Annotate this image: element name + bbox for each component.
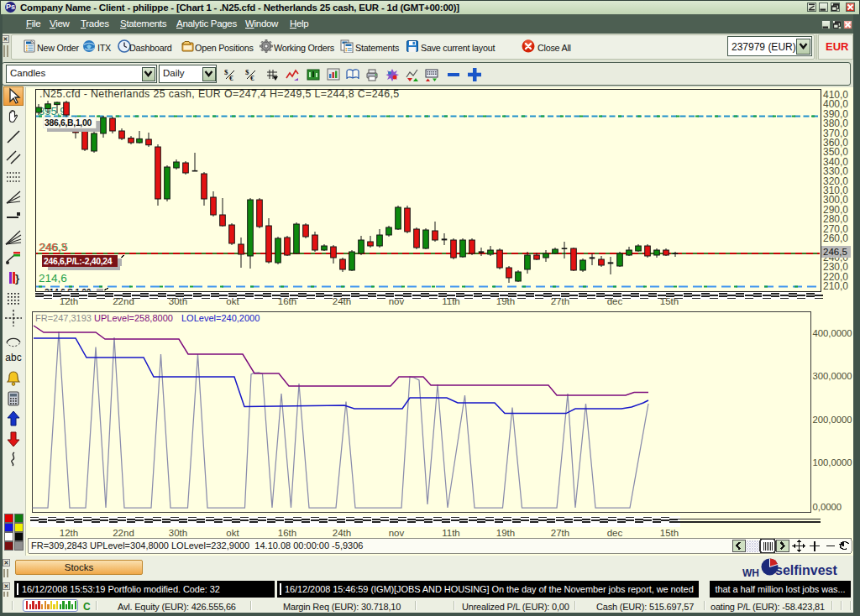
svg-text:UPLevel=258,8000: UPLevel=258,8000 bbox=[94, 313, 173, 323]
svg-text:$: $ bbox=[245, 68, 249, 76]
svg-text:nov: nov bbox=[389, 296, 405, 306]
svg-text:okt: okt bbox=[226, 296, 239, 306]
svg-text:30th: 30th bbox=[169, 296, 187, 306]
svg-text:.N25.cfd - Netherlands 25 cash: .N25.cfd - Netherlands 25 cash, EUR O=24… bbox=[39, 88, 399, 100]
svg-text:12th: 12th bbox=[60, 528, 78, 538]
svg-text:11th: 11th bbox=[442, 528, 460, 538]
svg-text:400,0000: 400,0000 bbox=[813, 328, 852, 338]
svg-text:260,0: 260,0 bbox=[823, 232, 848, 244]
svg-text:12th: 12th bbox=[60, 296, 78, 306]
svg-text:386,6,B,1,00: 386,6,B,1,00 bbox=[45, 118, 92, 128]
svg-text:27th: 27th bbox=[551, 528, 569, 538]
svg-text:FR=247,3193: FR=247,3193 bbox=[35, 313, 92, 323]
svg-text:395,9: 395,9 bbox=[39, 105, 66, 117]
svg-text:214,6: 214,6 bbox=[39, 272, 67, 285]
svg-text:FR=309,2843 UPLevel=304,8000 L: FR=309,2843 UPLevel=304,8000 LOLevel=232… bbox=[31, 540, 363, 551]
svg-text:dec: dec bbox=[607, 528, 623, 538]
svg-text:nov: nov bbox=[389, 528, 405, 538]
svg-text:16th: 16th bbox=[278, 528, 296, 538]
svg-text:19th: 19th bbox=[496, 296, 515, 306]
svg-text:246,3: 246,3 bbox=[39, 241, 67, 253]
svg-text:16th: 16th bbox=[278, 296, 296, 306]
svg-text:246,5: 246,5 bbox=[823, 247, 847, 257]
svg-text:22nd: 22nd bbox=[113, 528, 134, 538]
svg-text:22nd: 22nd bbox=[113, 296, 134, 306]
svg-text:okt: okt bbox=[226, 528, 239, 538]
svg-text:100,0000: 100,0000 bbox=[813, 457, 852, 467]
svg-text:15th: 15th bbox=[660, 296, 679, 306]
svg-text:27th: 27th bbox=[551, 296, 569, 306]
svg-text:246,6,P/L:-2,40,24: 246,6,P/L:-2,40,24 bbox=[44, 257, 113, 266]
svg-text:24th: 24th bbox=[333, 528, 351, 538]
svg-text:0,0000: 0,0000 bbox=[813, 502, 842, 512]
svg-text:11th: 11th bbox=[442, 296, 460, 306]
svg-text:dec: dec bbox=[607, 296, 623, 306]
svg-text:15th: 15th bbox=[660, 528, 679, 538]
svg-text:210,0: 210,0 bbox=[823, 280, 848, 292]
svg-text:24th: 24th bbox=[333, 296, 351, 306]
svg-text:19th: 19th bbox=[496, 528, 515, 538]
svg-text:€: € bbox=[250, 74, 254, 81]
svg-text:LOLevel=240,2000: LOLevel=240,2000 bbox=[181, 313, 260, 323]
svg-text:€: € bbox=[229, 74, 233, 81]
svg-text:300,0000: 300,0000 bbox=[813, 371, 852, 381]
svg-text:200,0000: 200,0000 bbox=[813, 415, 852, 425]
svg-text:30th: 30th bbox=[169, 528, 187, 538]
svg-text:$: $ bbox=[224, 68, 228, 76]
svg-text:}: } bbox=[15, 272, 19, 285]
